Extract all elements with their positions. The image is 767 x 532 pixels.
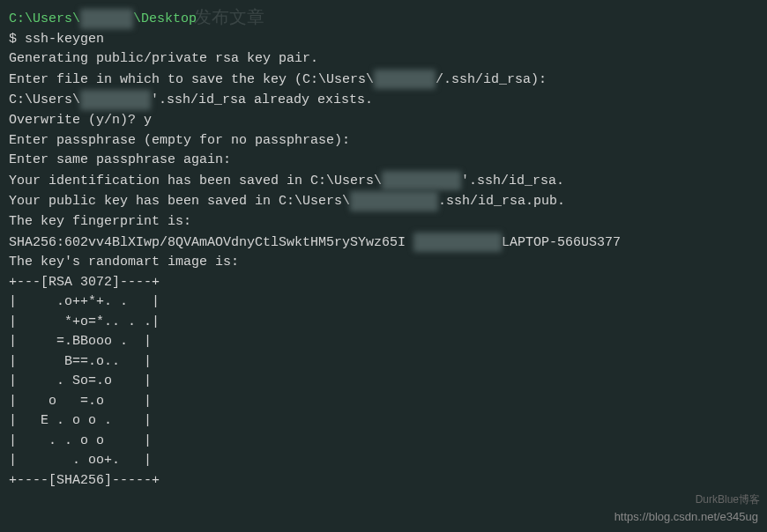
command-line: $ ssh-keygen — [9, 30, 758, 50]
prompt-symbol: $ — [9, 32, 25, 47]
output-fingerprint-label: The key fingerprint is: — [9, 212, 758, 233]
watermark-corner: DurkBlue博客 — [696, 491, 760, 507]
output-pub-saved: Your public key has been saved in C:\Use… — [9, 191, 758, 212]
redacted-user: xxxxx — [374, 70, 436, 90]
output-overwrite: Overwrite (y/n)? y — [9, 111, 758, 131]
randomart-line: | .o++*+. . | — [9, 292, 758, 313]
enter-file-prefix: Enter file in which to save the key (C:\… — [9, 72, 374, 87]
output-passphrase: Enter passphrase (empty for no passphras… — [9, 131, 758, 151]
output-enter-file: Enter file in which to save the key (C:\… — [9, 70, 758, 91]
randomart-line: | *+o=*.. . .| — [9, 313, 758, 333]
pub-saved-prefix: Your public key has been saved in C:\Use… — [9, 195, 350, 210]
randomart-line: | E . o o . | — [9, 411, 758, 432]
cwd-line: C:\Users\xxxxx\Desktop — [9, 9, 758, 30]
terminal-output: C:\Users\xxxxx\Desktop $ ssh-keygen Gene… — [9, 9, 758, 491]
output-id-saved: Your identification has been saved in C:… — [9, 171, 758, 192]
id-saved-prefix: Your identification has been saved in C:… — [9, 174, 382, 188]
watermark-url: https://blog.csdn.net/e345ug — [614, 508, 758, 526]
command-text: ssh-keygen — [25, 32, 104, 47]
redacted-user: xxxxx — [80, 90, 151, 110]
exists-suffix: '.ssh/id_rsa already exists. — [151, 93, 373, 108]
redacted-host: xxxxx — [413, 233, 502, 253]
redacted-user: xxxxx — [80, 9, 133, 29]
randomart-line: | =.BBooo . | — [9, 332, 758, 352]
background-header-ghost: 发布文章 — [194, 4, 264, 30]
cwd-suffix: \Desktop — [133, 11, 197, 26]
randomart-line: | . So=.o | — [9, 372, 758, 392]
fingerprint-suffix: LAPTOP-566US377 — [502, 235, 621, 250]
redacted-user: xxxxx — [382, 171, 461, 191]
randomart-line: | o =.o | — [9, 392, 758, 412]
randomart-line: | . . o o | — [9, 432, 758, 452]
randomart-line: | . oo+. | — [9, 451, 758, 471]
output-fingerprint: SHA256:602vv4BlXIwp/8QVAmAOVdnyCtlSwktHM… — [9, 233, 758, 254]
output-generating: Generating public/private rsa key pair. — [9, 49, 758, 70]
id-saved-suffix: '.ssh/id_rsa. — [461, 174, 564, 188]
fingerprint-prefix: SHA256:602vv4BlXIwp/8QVAmAOVdnyCtlSwktHM… — [9, 235, 413, 250]
exists-prefix: C:\Users\ — [9, 93, 80, 108]
output-passphrase-again: Enter same passphrase again: — [9, 151, 758, 171]
randomart-top: +---[RSA 3072]----+ — [9, 273, 758, 293]
output-exists: C:\Users\xxxxx'.ssh/id_rsa already exist… — [9, 90, 758, 111]
randomart-line: | B==.o.. | — [9, 352, 758, 373]
cwd-prefix: C:\Users\ — [9, 11, 80, 26]
enter-file-suffix: /.ssh/id_rsa): — [436, 72, 547, 87]
pub-saved-suffix: .ssh/id_rsa.pub. — [438, 195, 565, 210]
output-randomart-label: The key's randomart image is: — [9, 253, 758, 273]
randomart-bottom: +----[SHA256]-----+ — [9, 471, 758, 491]
redacted-user: xxxxx — [350, 191, 438, 211]
